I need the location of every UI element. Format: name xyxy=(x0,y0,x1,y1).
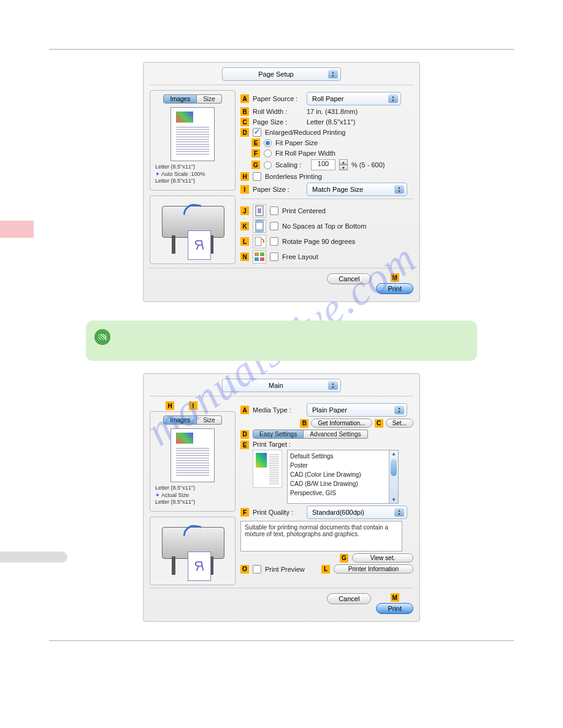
print-target-label: Print Target : xyxy=(253,441,413,448)
caption-scale-2: Actual Size xyxy=(161,492,189,498)
quality-description: Suitable for printing normal documents t… xyxy=(240,521,402,552)
target-thumbnail xyxy=(253,450,282,488)
no-spaces-icon xyxy=(253,219,266,233)
enlarged-reduced-checkbox[interactable] xyxy=(253,128,261,137)
scrollbar-thumb[interactable] xyxy=(391,459,397,476)
fit-roll-width-label: Fit Roll Paper Width xyxy=(275,150,335,157)
chevron-updown-icon xyxy=(394,185,404,194)
list-item[interactable]: CAD (Color Line Drawing) xyxy=(290,470,396,479)
roll-width-value: 17 in. (431.8mm) xyxy=(307,108,358,115)
scrollbar[interactable] xyxy=(389,450,398,503)
marker-m2: M xyxy=(391,593,399,602)
print-button-2[interactable]: Print xyxy=(376,603,413,614)
page-setup-panel: Page Setup Images Size Letter (8.5"x11")… xyxy=(143,62,420,302)
list-item[interactable]: CAD (B/W Line Drawing) xyxy=(290,479,396,488)
fit-paper-size-label: Fit Paper Size xyxy=(275,139,318,146)
page-size-label: Page Size : xyxy=(253,118,303,126)
settings-segment[interactable]: Easy Settings Advanced Settings xyxy=(253,430,368,439)
caption-page-size-2: Letter (8.5"x11") xyxy=(155,485,230,492)
caption-paper-size-2: Letter (8.5"x11") xyxy=(155,499,230,506)
tab-images[interactable]: Images xyxy=(163,94,197,104)
cancel-button-2[interactable]: Cancel xyxy=(327,593,371,604)
free-layout-label: Free Layout xyxy=(282,253,318,260)
pane-selector-main[interactable]: Main xyxy=(222,379,341,392)
list-item[interactable]: Poster xyxy=(290,461,396,470)
no-spaces-checkbox[interactable] xyxy=(270,222,278,230)
print-preview-checkbox[interactable] xyxy=(253,565,261,574)
print-centered-icon xyxy=(253,204,266,218)
cancel-button[interactable]: Cancel xyxy=(327,273,371,284)
note-icon xyxy=(94,329,110,345)
set-button[interactable]: Set... xyxy=(386,419,413,428)
paper-size-label: Paper Size : xyxy=(253,186,303,193)
roll-width-label: Roll Width : xyxy=(253,108,303,115)
tab-size-2[interactable]: Size xyxy=(197,415,221,425)
free-layout-icon xyxy=(253,250,266,264)
chevron-updown-icon xyxy=(328,70,338,78)
note-box xyxy=(86,320,477,361)
caption-page-size: Letter (8.5"x11") xyxy=(155,164,230,171)
media-type-label: Media Type : xyxy=(253,406,303,414)
print-button[interactable]: Print xyxy=(376,283,413,294)
marker-a2: A xyxy=(240,406,249,414)
marker-d: D xyxy=(240,128,249,137)
printer-illustration-box: R xyxy=(150,195,236,264)
marker-c2: C xyxy=(375,419,383,428)
list-item[interactable]: Perspective, GIS xyxy=(290,488,396,498)
marker-b2: B xyxy=(300,419,308,428)
marker-i: I xyxy=(240,185,249,194)
paper-source-label: Paper Source : xyxy=(253,95,303,102)
side-tab-grey xyxy=(0,552,67,563)
view-set-button[interactable]: View set. xyxy=(352,553,413,563)
fit-roll-width-radio[interactable] xyxy=(264,150,272,157)
chevron-updown-icon xyxy=(328,381,338,390)
marker-d2: D xyxy=(240,430,249,439)
svg-rect-1 xyxy=(258,208,261,213)
scaling-radio[interactable] xyxy=(264,161,272,169)
marker-a: A xyxy=(240,94,249,103)
svg-rect-6 xyxy=(255,252,259,256)
marker-l2: L xyxy=(321,565,330,574)
print-target-list[interactable]: Default Settings Poster CAD (Color Line … xyxy=(287,450,399,504)
marker-k: K xyxy=(240,222,249,230)
svg-rect-7 xyxy=(260,252,264,256)
paper-source-select[interactable]: Roll Paper xyxy=(307,92,401,105)
marker-g: G xyxy=(251,161,260,169)
scaling-range: % (5 - 600) xyxy=(351,161,385,169)
advanced-settings-tab[interactable]: Advanced Settings xyxy=(304,430,367,439)
media-type-select[interactable]: Plain Paper xyxy=(307,403,407,417)
print-preview-label: Print Preview xyxy=(265,566,305,573)
printer-information-button[interactable]: Printer Information xyxy=(334,564,413,574)
rotate-90-label: Rotate Page 90 degrees xyxy=(282,238,355,245)
pane-selector[interactable]: Page Setup xyxy=(222,67,341,81)
chevron-updown-icon xyxy=(388,94,398,103)
page-thumbnail-2 xyxy=(170,428,215,482)
caption-paper-size: Letter (8.5"x11") xyxy=(155,178,230,185)
printer-illustration-box-2: R xyxy=(150,517,236,585)
scaling-label: Scaling : xyxy=(275,161,307,169)
get-information-button[interactable]: Get Information... xyxy=(311,419,372,428)
print-quality-select[interactable]: Standard(600dpi) xyxy=(307,506,407,519)
paper-size-select[interactable]: Match Page Size xyxy=(307,183,407,196)
borderless-label: Borderless Printing xyxy=(265,173,322,180)
fit-paper-size-radio[interactable] xyxy=(264,139,272,147)
list-item[interactable]: Default Settings xyxy=(290,452,396,461)
easy-settings-tab[interactable]: Easy Settings xyxy=(253,430,304,439)
scaling-input[interactable]: 100 xyxy=(311,159,335,170)
svg-rect-3 xyxy=(256,221,263,223)
borderless-checkbox[interactable] xyxy=(253,172,261,181)
print-centered-checkbox[interactable] xyxy=(270,207,278,215)
marker-e: E xyxy=(251,138,260,147)
marker-j: J xyxy=(240,207,249,215)
rotate-90-icon xyxy=(253,235,266,248)
marker-e2: E xyxy=(240,441,249,449)
tab-size[interactable]: Size xyxy=(197,94,221,104)
marker-m: M xyxy=(391,273,399,282)
svg-rect-4 xyxy=(256,229,263,232)
free-layout-checkbox[interactable] xyxy=(270,252,278,261)
scaling-stepper[interactable]: ▲▼ xyxy=(339,159,348,170)
tab-images-2[interactable]: Images xyxy=(163,415,197,425)
svg-rect-8 xyxy=(255,257,259,261)
rotate-90-checkbox[interactable] xyxy=(270,237,278,246)
no-spaces-label: No Spaces at Top or Bottom xyxy=(282,222,366,230)
